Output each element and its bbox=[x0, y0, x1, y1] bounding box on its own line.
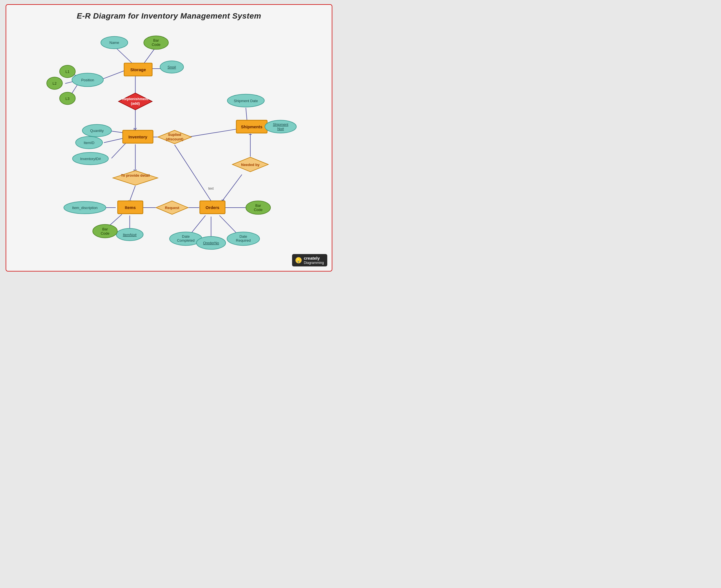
svg-text:Shipment: Shipment bbox=[273, 122, 288, 127]
svg-text:Inventory: Inventory bbox=[128, 134, 147, 139]
supplied-relationship: Suplied (discount) bbox=[158, 130, 191, 144]
svg-text:No#: No# bbox=[277, 127, 284, 131]
creately-badge: 💡 creately Diagramming bbox=[292, 254, 327, 267]
barcode1-attribute: Bar Code bbox=[144, 36, 168, 49]
date-required-attribute: Date Required bbox=[227, 232, 260, 246]
neededby-relationship: Needed by bbox=[232, 157, 268, 172]
svg-text:Code: Code bbox=[254, 208, 262, 212]
itemno-attribute: ItemNo# bbox=[116, 228, 143, 241]
svg-marker-111 bbox=[113, 171, 158, 185]
svg-text:Shipments: Shipments bbox=[241, 124, 262, 129]
svg-line-22 bbox=[175, 145, 211, 201]
barcode3-attribute: Bar Code bbox=[246, 201, 271, 214]
inventoryid-attribute: InventoryID# bbox=[73, 152, 108, 165]
svg-text:Position: Position bbox=[81, 78, 94, 82]
svg-text:Orders: Orders bbox=[206, 205, 219, 210]
shipment-no-attribute: Shipment No# bbox=[265, 120, 297, 133]
svg-text:Date: Date bbox=[182, 234, 189, 238]
svg-line-41 bbox=[192, 215, 206, 233]
request-relationship: Request bbox=[156, 201, 188, 214]
svg-text:L3: L3 bbox=[65, 97, 69, 101]
l1-attribute: L1 bbox=[60, 65, 76, 78]
svg-text:(add): (add) bbox=[131, 101, 140, 105]
creately-logo-icon: 💡 bbox=[296, 257, 302, 263]
creately-brand-name: creately bbox=[304, 256, 324, 261]
svg-text:L2: L2 bbox=[53, 81, 57, 86]
l3-attribute: L3 bbox=[60, 92, 76, 105]
items-entity: Items bbox=[118, 201, 143, 214]
itemid-attribute: ItemID bbox=[76, 136, 102, 149]
toprovide-relationship: To provide detail bbox=[113, 171, 158, 185]
svg-line-48 bbox=[246, 108, 247, 120]
svg-text:(discount): (discount) bbox=[166, 137, 184, 141]
svg-text:Sno#: Sno# bbox=[167, 65, 176, 69]
svg-text:Completed: Completed bbox=[177, 238, 195, 243]
creately-brand-sub: Diagramming bbox=[304, 261, 324, 265]
svg-text:Storage: Storage bbox=[131, 67, 146, 72]
svg-text:InventoryID#: InventoryID# bbox=[80, 157, 101, 161]
sno-attribute: Sno# bbox=[160, 61, 184, 73]
l2-attribute: L2 bbox=[47, 77, 62, 89]
svg-text:text: text bbox=[208, 187, 214, 190]
shipments-entity: Shipments bbox=[236, 120, 267, 133]
quantity-attribute: Quantity bbox=[82, 124, 112, 137]
svg-text:OrederNo: OrederNo bbox=[203, 241, 219, 245]
svg-line-21 bbox=[188, 129, 236, 137]
svg-text:ItemNo#: ItemNo# bbox=[123, 233, 137, 237]
svg-text:Bar: Bar bbox=[256, 204, 261, 208]
svg-text:Items: Items bbox=[125, 205, 136, 210]
svg-text:To provide detail: To provide detail bbox=[121, 173, 150, 177]
replenishment-relationship: Replenishment (add) bbox=[119, 93, 152, 110]
inventory-entity: Inventory bbox=[123, 130, 153, 143]
svg-line-43 bbox=[219, 215, 236, 233]
svg-text:Bar: Bar bbox=[153, 38, 159, 42]
orders-entity: Orders bbox=[200, 201, 225, 214]
svg-text:ItemID: ItemID bbox=[84, 141, 94, 145]
name-attribute: Name bbox=[101, 37, 128, 49]
svg-line-5 bbox=[116, 47, 133, 64]
svg-line-6 bbox=[144, 48, 155, 64]
svg-text:Item_discription: Item_discription bbox=[72, 206, 98, 210]
svg-line-44 bbox=[222, 174, 242, 201]
svg-text:Shipment Date: Shipment Date bbox=[234, 99, 258, 103]
item-description-attribute: Item_discription bbox=[64, 202, 106, 214]
svg-text:Name: Name bbox=[109, 41, 119, 45]
order-no-attribute: OrederNo bbox=[197, 237, 226, 250]
svg-text:Suplied: Suplied bbox=[168, 132, 181, 137]
svg-text:Required: Required bbox=[236, 238, 251, 243]
svg-text:Needed by: Needed by bbox=[241, 163, 260, 167]
svg-text:Code: Code bbox=[101, 231, 109, 235]
svg-text:Request: Request bbox=[165, 206, 179, 210]
svg-text:Quantity: Quantity bbox=[90, 129, 104, 133]
svg-text:Replenishment: Replenishment bbox=[122, 97, 148, 101]
storage-entity: Storage bbox=[124, 63, 152, 76]
diagram-container: E-R Diagram for Inventory Management Sys… bbox=[6, 4, 332, 272]
position-attribute: Position bbox=[72, 73, 103, 87]
svg-line-27 bbox=[130, 186, 136, 201]
svg-text:L1: L1 bbox=[65, 69, 69, 74]
shipment-date-attribute: Shipment Date bbox=[227, 94, 264, 107]
svg-text:Date: Date bbox=[239, 234, 247, 238]
svg-text:Bar: Bar bbox=[102, 227, 108, 231]
svg-text:Code: Code bbox=[152, 42, 161, 47]
barcode2-attribute: Bar Code bbox=[93, 225, 117, 238]
